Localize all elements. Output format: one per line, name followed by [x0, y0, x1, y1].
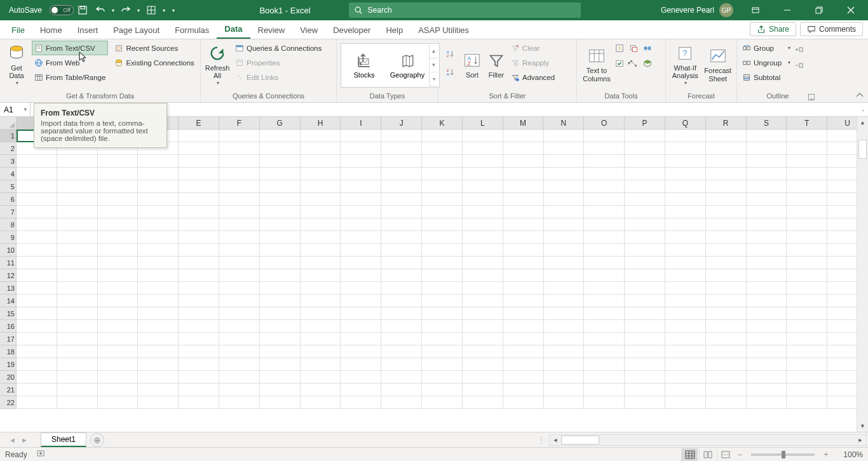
cell[interactable]: [584, 231, 625, 244]
cell[interactable]: [57, 396, 98, 409]
cell[interactable]: [179, 269, 219, 282]
cell[interactable]: [544, 333, 585, 345]
cell[interactable]: [381, 130, 422, 142]
cell[interactable]: [341, 307, 381, 320]
row-header[interactable]: 9: [0, 231, 17, 244]
cell[interactable]: [706, 142, 747, 155]
cell[interactable]: [665, 193, 706, 206]
existing-connections-button[interactable]: Existing Connections: [112, 55, 196, 70]
cell[interactable]: [98, 384, 139, 396]
cell[interactable]: [57, 231, 98, 244]
tab-home[interactable]: Home: [32, 22, 70, 39]
cell[interactable]: [544, 180, 585, 193]
cell[interactable]: [706, 155, 747, 168]
text-to-columns-button[interactable]: Text to Columns: [580, 41, 614, 89]
column-header[interactable]: R: [706, 117, 747, 130]
row-header[interactable]: 6: [0, 193, 17, 206]
cell[interactable]: [138, 155, 179, 168]
namebox-dropdown[interactable]: ▼: [23, 107, 28, 112]
outline-dialog-launcher[interactable]: [808, 94, 815, 100]
cell[interactable]: [301, 168, 341, 180]
hscroll-splitter[interactable]: ⋮: [534, 436, 549, 444]
cell[interactable]: [706, 396, 747, 409]
group-button[interactable]: Group▾: [740, 41, 793, 55]
cell[interactable]: [57, 371, 98, 384]
cell[interactable]: [463, 358, 503, 371]
cell[interactable]: [260, 155, 301, 168]
row-header[interactable]: 4: [0, 168, 17, 180]
cell[interactable]: [544, 168, 585, 180]
cell[interactable]: [422, 371, 463, 384]
cell[interactable]: [381, 307, 422, 320]
cell[interactable]: [706, 307, 747, 320]
cell[interactable]: [260, 168, 301, 180]
cell[interactable]: [17, 168, 57, 180]
cell[interactable]: [787, 142, 827, 155]
cell[interactable]: [260, 257, 301, 269]
cell[interactable]: [584, 155, 625, 168]
tab-help[interactable]: Help: [378, 22, 410, 39]
cell[interactable]: [381, 231, 422, 244]
cell[interactable]: [381, 320, 422, 333]
cell[interactable]: [138, 168, 179, 180]
sheet-nav-prev[interactable]: ◄: [9, 436, 16, 444]
cell[interactable]: [422, 384, 463, 396]
cell[interactable]: [219, 396, 260, 409]
cell[interactable]: [381, 295, 422, 307]
cell[interactable]: [503, 269, 544, 282]
spreadsheet-grid[interactable]: ABCDEFGHIJKLMNOPQRSTU 123456789101112131…: [0, 117, 868, 432]
cell[interactable]: [138, 358, 179, 371]
cell[interactable]: [301, 358, 341, 371]
column-header[interactable]: N: [543, 117, 584, 130]
view-page-break-icon[interactable]: [717, 448, 733, 461]
column-header[interactable]: S: [747, 117, 787, 130]
recent-sources-button[interactable]: Recent Sources: [112, 41, 196, 55]
cell[interactable]: [341, 371, 381, 384]
cell[interactable]: [706, 384, 747, 396]
cell[interactable]: [665, 168, 706, 180]
cell[interactable]: [138, 295, 179, 307]
cell[interactable]: [787, 168, 827, 180]
row-header[interactable]: 8: [0, 218, 17, 231]
cell[interactable]: [503, 180, 544, 193]
cell[interactable]: [503, 257, 544, 269]
cell[interactable]: [706, 206, 747, 218]
cell[interactable]: [17, 371, 57, 384]
cell[interactable]: [665, 358, 706, 371]
cell[interactable]: [219, 168, 260, 180]
cell[interactable]: [584, 193, 625, 206]
cell[interactable]: [301, 244, 341, 257]
cell[interactable]: [179, 384, 219, 396]
cell[interactable]: [341, 320, 381, 333]
cell[interactable]: [422, 231, 463, 244]
cell[interactable]: [17, 206, 57, 218]
cell[interactable]: [625, 307, 665, 320]
cell[interactable]: [260, 282, 301, 295]
cell[interactable]: [706, 180, 747, 193]
get-data-button[interactable]: Get Data▾: [3, 41, 31, 89]
cell[interactable]: [219, 384, 260, 396]
cell[interactable]: [422, 193, 463, 206]
cell[interactable]: [219, 257, 260, 269]
sort-button[interactable]: AZ Sort: [460, 41, 484, 89]
cell[interactable]: [260, 320, 301, 333]
cell[interactable]: [57, 206, 98, 218]
cell[interactable]: [747, 180, 787, 193]
minimize-icon[interactable]: [773, 0, 802, 20]
cell[interactable]: [17, 345, 57, 358]
column-header[interactable]: K: [422, 117, 463, 130]
cell[interactable]: [422, 396, 463, 409]
cell[interactable]: [179, 142, 219, 155]
from-table-range-button[interactable]: From Table/Range: [32, 70, 108, 84]
cell[interactable]: [747, 168, 787, 180]
cell[interactable]: [584, 345, 625, 358]
cell[interactable]: [138, 218, 179, 231]
cell[interactable]: [57, 307, 98, 320]
cell[interactable]: [787, 269, 827, 282]
cell[interactable]: [787, 257, 827, 269]
cell[interactable]: [260, 206, 301, 218]
redo-icon[interactable]: [117, 1, 135, 19]
cell[interactable]: [219, 193, 260, 206]
cell[interactable]: [747, 155, 787, 168]
cell[interactable]: [381, 206, 422, 218]
